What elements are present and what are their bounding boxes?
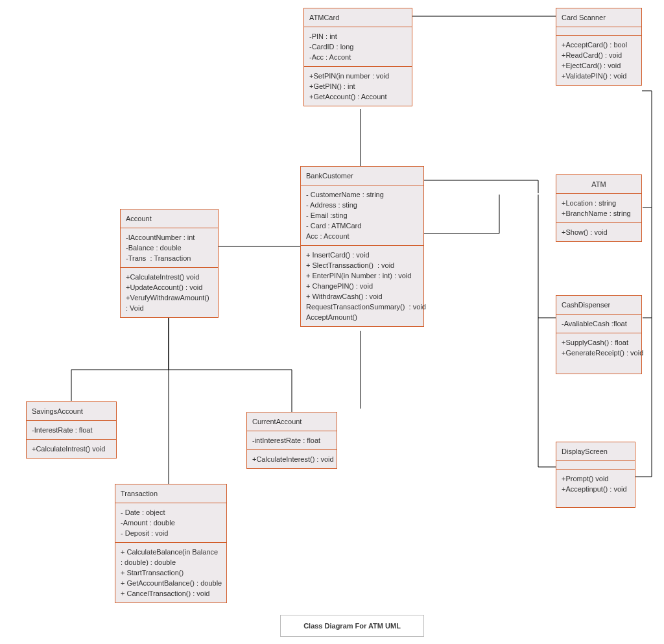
class-attrs: -PIN : int -CardID : long -Acc : Accont (304, 27, 412, 66)
class-atmcard[interactable]: ATMCard -PIN : int -CardID : long -Acc :… (303, 8, 412, 106)
class-title: DisplayScreen (556, 442, 635, 460)
class-ops: +CalculateIntrest() void (27, 439, 116, 458)
class-attrs: -AvaliableCash :float (556, 314, 641, 333)
class-attrs (556, 460, 635, 469)
class-displayscreen[interactable]: DisplayScreen +Prompt() void +Acceptinpu… (556, 442, 635, 508)
class-title: ATMCard (304, 8, 412, 27)
diagram-caption: Class Diagram For ATM UML (280, 615, 424, 637)
class-transaction[interactable]: Transaction - Date : object -Amount : do… (115, 484, 227, 603)
class-ops: + CalculateBalance(in Balance : double) … (115, 542, 226, 602)
class-savingsaccount[interactable]: SavingsAccount -InterestRate : float +Ca… (26, 401, 117, 459)
class-ops: +CalculateIntrest() void +UpdateAccount(… (121, 267, 218, 317)
class-attrs: -intInterestRate : float (247, 431, 337, 449)
class-attrs (556, 27, 641, 35)
class-cashdispenser[interactable]: CashDispenser -AvaliableCash :float +Sup… (556, 295, 642, 374)
class-title: BankCustomer (301, 167, 423, 185)
class-title: Transaction (115, 484, 226, 503)
class-attrs: - CustomerName : string - Address : stin… (301, 185, 423, 245)
class-cardscanner[interactable]: Card Scanner +AcceptCard() : bool +ReadC… (556, 8, 642, 86)
class-title: CashDispenser (556, 296, 641, 314)
class-ops: +SupplyCash() : float +GenerateReceipt()… (556, 333, 641, 374)
class-atm[interactable]: ATM +Location : string +BranchName : str… (556, 174, 642, 242)
class-title: Card Scanner (556, 8, 641, 27)
class-ops: +SetPIN(in number : void +GetPIN() : int… (304, 66, 412, 106)
class-ops: + InsertCard() : void + SlectTranssactio… (301, 245, 423, 326)
diagram-canvas: ATMCard -PIN : int -CardID : long -Acc :… (0, 0, 664, 644)
class-ops: +AcceptCard() : bool +ReadCard() : void … (556, 35, 641, 85)
class-title: ATM (556, 175, 641, 193)
class-title: Account (121, 209, 218, 228)
class-attrs: +Location : string +BranchName : string (556, 193, 641, 222)
caption-text: Class Diagram For ATM UML (303, 622, 401, 630)
class-ops: +Prompt() void +Acceptinput() : void (556, 469, 635, 507)
class-ops: +Show() : void (556, 222, 641, 241)
class-bankcustomer[interactable]: BankCustomer - CustomerName : string - A… (300, 166, 424, 327)
class-attrs: -InterestRate : float (27, 420, 116, 439)
class-ops: +CalculateInterest() : void (247, 449, 337, 468)
class-attrs: - Date : object -Amount : double - Depos… (115, 503, 226, 542)
class-title: SavingsAccount (27, 402, 116, 420)
class-account[interactable]: Account -IAccountNumber : int -Balance :… (120, 209, 219, 318)
class-title: CurrentAccount (247, 412, 337, 431)
class-currentaccount[interactable]: CurrentAccount -intInterestRate : float … (246, 412, 337, 469)
class-attrs: -IAccountNumber : int -Balance : double … (121, 228, 218, 267)
